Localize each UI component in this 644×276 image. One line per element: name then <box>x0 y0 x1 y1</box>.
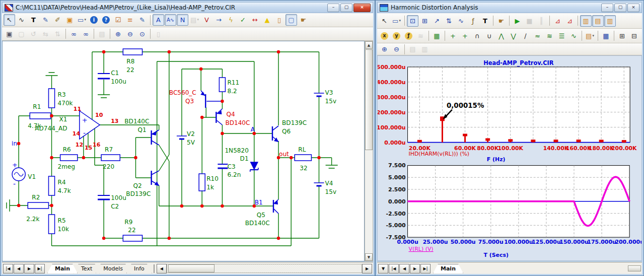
tab-nav-4[interactable]: ▶| <box>420 264 431 273</box>
resistor-R3[interactable] <box>49 89 55 108</box>
align-cursors-tool[interactable]: ⊞ <box>616 30 628 42</box>
shape-picker[interactable]: ▭▾ <box>391 15 402 27</box>
low-tool[interactable]: ⋁ <box>508 30 519 42</box>
text-tool[interactable]: T <box>479 15 491 27</box>
envelope-bottom-tool[interactable]: ☰ <box>556 30 567 42</box>
select-tool[interactable]: ↖ <box>379 15 390 27</box>
find-replace-tool[interactable]: ∞ <box>68 28 80 40</box>
scale-mode-tool[interactable]: ⊡ <box>407 15 418 27</box>
tab-nav-3[interactable]: ▶| <box>35 264 45 273</box>
tab-nav-0[interactable]: ▼ <box>378 264 388 273</box>
select-tool[interactable]: ↖ <box>4 14 15 26</box>
hscroll-thumb[interactable] <box>628 265 641 271</box>
valley-tool[interactable]: ∪ <box>483 30 495 42</box>
design-notes-tool[interactable]: ✎ <box>136 14 148 26</box>
line-draw-tool[interactable]: ✎ <box>40 14 51 26</box>
find-component-tool[interactable]: ▣ <box>64 14 76 26</box>
resistor-R5[interactable] <box>49 215 55 234</box>
zoom-in-tool[interactable]: ⊕ <box>379 43 390 55</box>
copy-tool-dropdown[interactable]: ▾ <box>197 18 199 22</box>
tab-nav-2[interactable]: ▶ <box>24 264 34 273</box>
ruler-toggle[interactable]: ⊿ <box>564 15 576 27</box>
page-outline-toggle[interactable]: ▯ <box>273 14 285 26</box>
help-mode-tool[interactable]: ? <box>100 14 112 26</box>
show-conditions-toggle[interactable]: ✓ <box>237 14 249 26</box>
close-button[interactable]: × <box>353 4 371 12</box>
rubberband-warning-toggle[interactable]: ▲ <box>261 14 273 26</box>
minimize-button[interactable]: – <box>327 4 339 12</box>
flag-tool[interactable]: ✐ <box>52 14 63 26</box>
show-attribute-text-toggle[interactable]: A <box>153 14 164 26</box>
capacitor-C3[interactable] <box>218 164 228 168</box>
hscroll-thumb[interactable] <box>168 264 214 272</box>
vertical-tag-tool[interactable]: ⇅ <box>443 15 455 27</box>
data-points-toggle[interactable]: ⊿ <box>552 15 563 27</box>
tab-info[interactable]: Info <box>126 264 152 273</box>
properties-tool[interactable]: ☛ <box>495 15 507 27</box>
cursor-left-tool[interactable]: + <box>447 30 459 42</box>
resistor-R10[interactable] <box>199 174 205 191</box>
shape-picker[interactable]: ▭▾ <box>76 14 88 26</box>
plots-canvas[interactable]: 0.000u100.000u200.000u300.000u400.000u50… <box>378 56 641 260</box>
keep-scales-tool[interactable]: ⊟ <box>628 30 640 42</box>
zoom-in-tool[interactable]: ⊕ <box>112 28 124 40</box>
peak-tool[interactable]: ∩ <box>471 30 483 42</box>
high-tool[interactable]: ⋀ <box>495 30 507 42</box>
design-checklist-tool[interactable]: ☑ <box>112 14 124 26</box>
tab-nav-1[interactable]: ◀ <box>14 264 24 273</box>
transistor-Q1[interactable] <box>152 130 159 145</box>
y-axis-button[interactable]: y <box>391 30 402 42</box>
point-tag-tool[interactable]: ↗ <box>431 15 443 27</box>
tab-nav-1[interactable]: |◀ <box>389 264 399 273</box>
transistor-Q3[interactable] <box>201 91 222 108</box>
source-V1[interactable] <box>12 168 25 181</box>
analysis-titlebar[interactable]: Harmonic Distortion Analysis –▢× <box>377 2 642 13</box>
info-mode-tool[interactable]: i <box>88 14 100 26</box>
clipboard-copy-tool-dropdown[interactable]: ▾ <box>592 34 594 38</box>
transistor-Q5[interactable] <box>273 199 278 214</box>
transistor-Q2[interactable] <box>152 171 159 185</box>
show-node-voltages-toggle[interactable]: V <box>201 14 212 26</box>
show-node-numbers-toggle[interactable]: N <box>177 14 188 26</box>
wire-mode-tool[interactable]: ∿ <box>16 14 27 26</box>
restore-button[interactable]: ▢ <box>340 4 352 12</box>
tab-nav-2[interactable]: ◀ <box>399 264 409 273</box>
cursor-mode-tool[interactable]: ⊞ <box>419 15 431 27</box>
scroll-down-button[interactable]: ▼ <box>365 253 373 261</box>
clipboard-copy-tool[interactable]: ▤▾ <box>584 30 596 42</box>
numeric-output-button[interactable]: ▦ <box>600 30 612 42</box>
schematic-titlebar[interactable]: C:\MC11\DATA\Petrov\Head-AMP\Petrov_(Lik… <box>2 2 373 13</box>
resistor-R8[interactable] <box>123 49 142 55</box>
shape-picker-dropdown[interactable]: ▾ <box>399 19 401 23</box>
schematic-canvas[interactable]: R14.7kR3470kX1AD744_ADR62megR7220R22.2kR… <box>3 41 364 261</box>
shape-picker-dropdown[interactable]: ▾ <box>84 18 86 22</box>
show-pin-connections-toggle[interactable]: ↔ <box>249 14 261 26</box>
scroll-thumb[interactable] <box>365 49 373 150</box>
round-tool[interactable]: ≈ <box>532 30 543 42</box>
cursor-right-tool[interactable]: + <box>459 30 471 42</box>
battery-V4[interactable] <box>314 183 324 186</box>
plot-area[interactable]: 0.000u100.000u200.000u300.000u400.000u50… <box>377 55 642 261</box>
plot-three-toggle[interactable]: ▥ <box>604 15 616 27</box>
minimize-button[interactable]: – <box>601 4 613 12</box>
capacitor-C2[interactable] <box>98 195 110 199</box>
tab-models[interactable]: Models <box>96 264 130 273</box>
envelope-top-tool[interactable]: ≋ <box>544 30 555 42</box>
attribute-properties-tool[interactable]: ☛ <box>298 14 309 26</box>
tab-main[interactable]: Main <box>433 264 463 273</box>
horizontal-scrollbar[interactable]: ◀ ▶ <box>154 264 372 273</box>
waveform-all-tool[interactable]: ∿ <box>568 30 580 42</box>
resistor-R4[interactable] <box>49 176 55 195</box>
text-tool[interactable]: T <box>28 14 39 26</box>
x-axis-button[interactable]: x <box>379 30 390 42</box>
plot-grouping-toggle[interactable]: ▤ <box>592 15 604 27</box>
tab-nav-3[interactable]: ▶ <box>410 264 420 273</box>
scroll-up-button[interactable]: ▲ <box>365 41 373 49</box>
resistor-R2[interactable] <box>28 202 48 209</box>
hscroll-right-button[interactable]: ▶ <box>362 264 372 273</box>
restore-button[interactable]: ▢ <box>614 4 626 12</box>
find-tool[interactable]: ∞ <box>80 28 92 40</box>
schematic-vertical-scrollbar[interactable]: ▲ ▼ <box>365 41 373 261</box>
resistor-RL[interactable] <box>295 155 311 161</box>
hscroll-left-button[interactable]: ◀ <box>157 264 167 273</box>
